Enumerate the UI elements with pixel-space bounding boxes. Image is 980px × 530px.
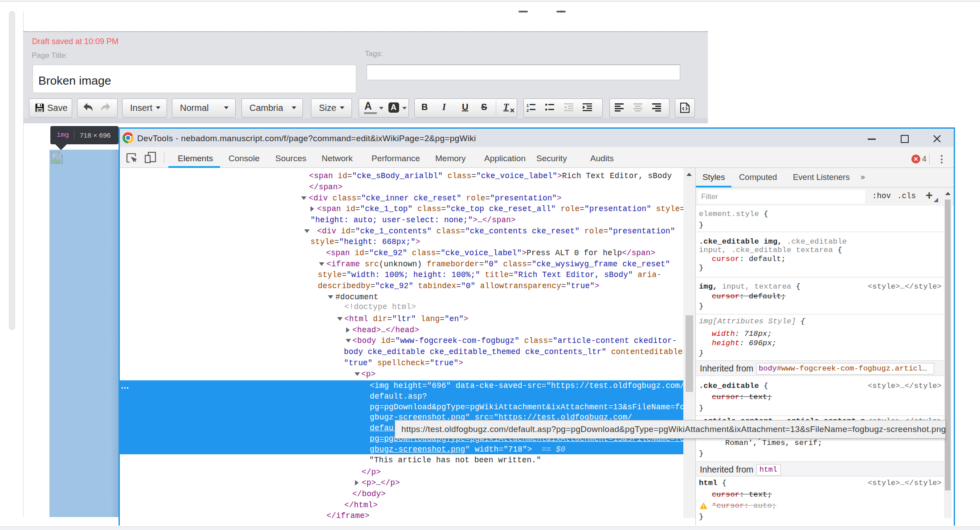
svg-text:1: 1 <box>527 103 529 108</box>
svg-text:2: 2 <box>527 108 529 112</box>
